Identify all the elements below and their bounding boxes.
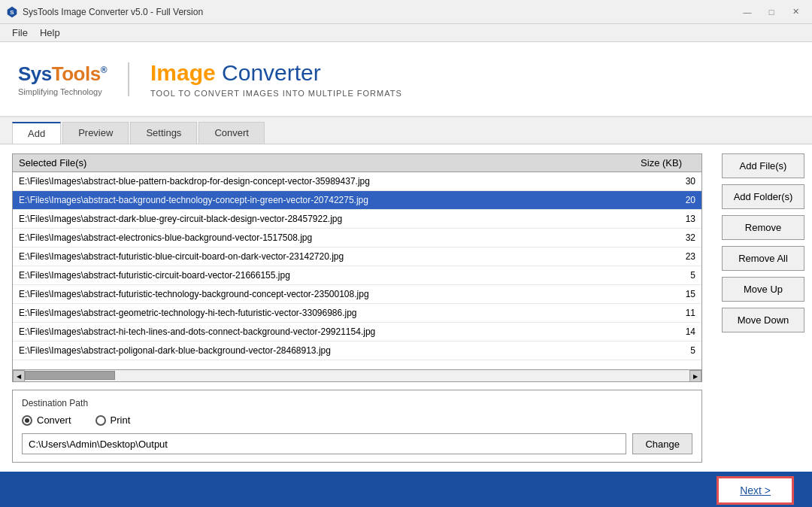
move-down-button[interactable]: Move Down [722,308,804,332]
app-title-word2: Converter [216,60,321,85]
table-row[interactable]: E:\Files\Images\abstract-background-tech… [13,191,701,210]
bottom-bar: Next > [0,472,812,507]
path-input[interactable] [22,433,626,454]
tab-preview[interactable]: Preview [62,122,129,144]
table-row[interactable]: E:\Files\Images\abstract-dark-blue-grey-… [13,210,701,229]
table-row[interactable]: E:\Files\Images\abstract-geometric-techn… [13,304,701,323]
file-table-header: Selected File(s) Size (KB) [13,154,701,172]
radio-convert[interactable]: Convert [22,414,71,426]
file-path: E:\Files\Images\abstract-hi-tech-lines-a… [13,325,634,339]
app-title: Image Converter [150,60,402,86]
table-row[interactable]: E:\Files\Images\abstract-blue-pattern-ba… [13,172,701,191]
maximize-button[interactable]: □ [761,5,782,20]
table-row[interactable]: E:\Files\Images\abstract-futuristic-blue… [13,247,701,266]
col-size-header: Size (KB) [620,157,688,168]
logo-section: SysTools® Simplifying Technology [18,62,129,96]
menu-file[interactable]: File [6,26,34,40]
add-files-button[interactable]: Add File(s) [722,153,804,178]
file-path: E:\Files\Images\abstract-background-tech… [13,193,634,207]
table-row[interactable]: E:\Files\Images\abstract-futuristic-circ… [13,266,701,285]
file-path: E:\Files\Images\abstract-dark-blue-grey-… [13,212,634,226]
file-size: 32 [634,231,701,244]
trademark: ® [101,65,107,75]
file-path: E:\Files\Images\abstract-futuristic-blue… [13,250,634,263]
path-row: Change [22,433,692,454]
main-content: Selected File(s) Size (KB) E:\Files\Imag… [0,144,812,472]
file-path: E:\Files\Images\abstract-geometric-techn… [13,306,634,320]
title-bar-text: SysTools Image Converter v5.0 - Full Ver… [23,7,737,17]
scroll-right-button[interactable]: ▶ [689,370,701,382]
radio-print-label: Print [111,414,131,426]
file-path: E:\Files\Images\abstract-futuristic-tech… [13,287,634,301]
file-size: 23 [634,250,701,263]
horizontal-scrollbar[interactable]: ◀ ▶ [13,369,701,381]
tab-convert[interactable]: Convert [198,122,265,144]
file-size: 14 [634,325,701,339]
close-button[interactable]: ✕ [785,5,806,20]
radio-group: Convert Print [22,414,692,426]
title-bar: S SysTools Image Converter v5.0 - Full V… [0,0,812,24]
remove-all-button[interactable]: Remove All [722,246,804,271]
file-size: 15 [634,287,701,301]
file-size: 11 [634,306,701,320]
file-table: Selected File(s) Size (KB) E:\Files\Imag… [12,153,702,382]
file-size: 20 [634,193,701,207]
app-title-word1: Image [150,60,216,85]
table-row[interactable]: E:\Files\Images\abstract-poligonal-dark-… [13,342,701,360]
logo-tagline: Simplifying Technology [18,87,102,96]
file-size: 30 [634,175,701,188]
change-button[interactable]: Change [632,433,692,454]
radio-convert-label: Convert [37,414,71,426]
file-size: 5 [634,344,701,357]
radio-convert-indicator [22,415,32,426]
file-path: E:\Files\Images\abstract-blue-pattern-ba… [13,175,634,188]
table-row[interactable]: E:\Files\Images\abstract-hi-tech-lines-a… [13,323,701,342]
move-up-button[interactable]: Move Up [722,277,804,302]
app-title-section: Image Converter TOOL TO CONVERT IMAGES I… [150,60,402,98]
file-path: E:\Files\Images\abstract-futuristic-circ… [13,269,634,282]
table-row[interactable]: E:\Files\Images\abstract-futuristic-tech… [13,285,701,304]
radio-print-indicator [95,415,106,426]
logo-brand: SysTools® [18,62,107,86]
file-size: 13 [634,212,701,226]
file-size: 5 [634,269,701,282]
tab-add[interactable]: Add [12,122,61,144]
remove-button[interactable]: Remove [722,215,804,240]
destination-section: Destination Path Convert Print Change [12,390,702,463]
next-button[interactable]: Next > [717,476,794,505]
table-row[interactable]: E:\Files\Images\abstract-electronics-blu… [13,229,701,247]
app-subtitle: TOOL TO CONVERT IMAGES INTO MULTIPLE FOR… [150,89,402,98]
menu-help[interactable]: Help [34,26,66,40]
left-panel: Selected File(s) Size (KB) E:\Files\Imag… [0,144,714,472]
app-icon: S [6,6,18,18]
add-folder-button[interactable]: Add Folder(s) [722,184,804,209]
tabs-bar: Add Preview Settings Convert [0,117,812,144]
col-file-header: Selected File(s) [13,157,620,168]
radio-print[interactable]: Print [95,414,131,426]
logo-sys: Sys [18,62,52,85]
logo-tools: Tools [52,62,101,85]
header: SysTools® Simplifying Technology Image C… [0,42,812,117]
scroll-left-button[interactable]: ◀ [13,370,25,382]
destination-title: Destination Path [22,398,692,408]
minimize-button[interactable]: — [737,5,758,20]
window-controls: — □ ✕ [737,5,806,20]
right-panel: Add File(s) Add Folder(s) Remove Remove … [714,144,812,472]
svg-text:S: S [10,9,14,16]
file-path: E:\Files\Images\abstract-electronics-blu… [13,231,634,244]
tab-settings[interactable]: Settings [130,122,197,144]
file-list-body[interactable]: E:\Files\Images\abstract-blue-pattern-ba… [13,172,701,369]
file-path: E:\Files\Images\abstract-poligonal-dark-… [13,344,634,357]
scroll-track[interactable] [25,370,689,381]
menu-bar: File Help [0,24,812,42]
